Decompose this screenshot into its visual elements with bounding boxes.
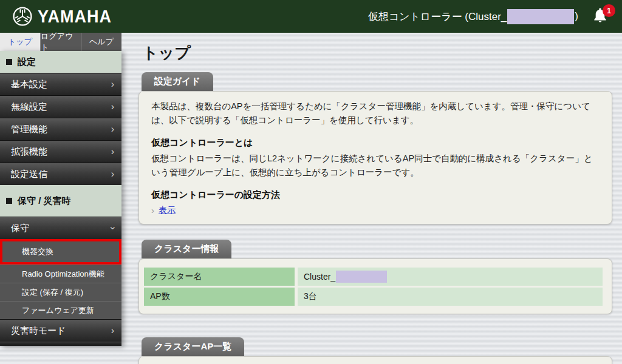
menu-label: ファームウェア更新 xyxy=(22,305,94,316)
square-bullet-icon xyxy=(6,59,12,65)
show-link-row: › 表示 xyxy=(151,205,600,216)
cluster-name-value: Cluster_ xyxy=(298,268,603,286)
app-header: YAMAHA 仮想コントローラー (Cluster_) 1 xyxy=(0,0,622,33)
sidebar-item-basic-settings[interactable]: 基本設定 › xyxy=(0,73,121,95)
guide-paragraph-2: 仮想コントローラーは、同じL2ネットワークに接続されているAP同士で自動的に構成… xyxy=(151,152,600,180)
section-tab-setup-guide: 設定ガイド xyxy=(142,72,213,91)
menu-label: 基本設定 xyxy=(11,79,47,90)
app-title: 仮想コントローラー (Cluster_) xyxy=(368,9,578,24)
chevron-right-icon: › xyxy=(111,124,114,135)
chevron-down-icon: › xyxy=(111,223,114,234)
ap-count-value: 3台 xyxy=(298,288,603,306)
main-content: トップ 設定ガイド 本製品は、複数台のAPを一括管理するために「クラスター管理機… xyxy=(121,33,622,364)
notification-bell-button[interactable]: 1 xyxy=(592,7,610,26)
cluster-info-panel: クラスター名 Cluster_ AP数 3台 xyxy=(138,258,612,314)
sidebar-bottom-cap xyxy=(0,342,121,346)
sidebar-item-management[interactable]: 管理機能 › xyxy=(0,118,121,140)
tab-top[interactable]: トップ xyxy=(0,33,41,51)
sidebar-item-maintenance[interactable]: 保守 › xyxy=(0,217,121,239)
sidebar: 設定 基本設定 › 無線設定 › 管理機能 › 拡張機能 › 設定送信 › 保守… xyxy=(0,51,121,346)
redaction-box xyxy=(507,9,574,24)
page-title: トップ xyxy=(142,42,612,64)
section-title: 保守 / 災害時 xyxy=(18,195,71,207)
menu-label: 設定 (保存 / 復元) xyxy=(22,287,83,298)
guide-paragraph-1: 本製品は、複数台のAPを一括管理するために「クラスター管理機能」を内蔵しています… xyxy=(151,99,600,128)
menu-label: 無線設定 xyxy=(11,101,47,113)
sidebar-item-firmware-update[interactable]: ファームウェア更新 xyxy=(0,301,121,319)
table-row: クラスター名 Cluster_ xyxy=(144,268,603,286)
chevron-right-icon: › xyxy=(111,325,114,336)
show-link[interactable]: 表示 xyxy=(159,205,176,216)
notification-badge: 1 xyxy=(603,4,615,17)
setup-guide-panel: 本製品は、複数台のAPを一括管理するために「クラスター管理機能」を内蔵しています… xyxy=(138,91,612,224)
square-bullet-icon xyxy=(6,198,12,204)
header-right: 仮想コントローラー (Cluster_) 1 xyxy=(368,0,610,33)
chevron-right-icon: › xyxy=(151,205,154,215)
chevron-right-icon: › xyxy=(111,101,114,112)
menu-label: 設定送信 xyxy=(11,169,47,180)
guide-heading-1: 仮想コントローラーとは xyxy=(151,137,600,149)
menu-label: 保守 xyxy=(11,223,29,234)
redaction-box xyxy=(336,271,387,283)
section-tab-cluster-ap-list: クラスターAP一覧 xyxy=(142,337,244,356)
virtual-controller-screen: YAMAHA 仮想コントローラー (Cluster_) 1 トップ ログアウト … xyxy=(0,0,622,364)
menu-label: 機器交換 xyxy=(22,246,53,257)
app-title-prefix: 仮想コントローラー (Cluster_ xyxy=(368,10,507,24)
section-tab-cluster-info: クラスター情報 xyxy=(142,240,231,258)
cluster-name-text: Cluster_ xyxy=(304,272,335,281)
yamaha-logo: YAMAHA xyxy=(12,6,112,27)
sidebar-section-settings: 設定 xyxy=(0,51,121,73)
chevron-right-icon: › xyxy=(111,79,114,90)
brand-name: YAMAHA xyxy=(38,6,112,26)
yamaha-tuning-fork-icon xyxy=(12,6,33,27)
sidebar-item-radio-optimization[interactable]: Radio Optimization機能 xyxy=(0,265,121,283)
sidebar-item-config-save-restore[interactable]: 設定 (保存 / 復元) xyxy=(0,283,121,301)
tab-help[interactable]: ヘルプ xyxy=(81,33,121,51)
ap-count-label: AP数 xyxy=(144,288,295,306)
guide-heading-2: 仮想コントローラーの設定方法 xyxy=(151,189,600,201)
tab-logout[interactable]: ログアウト xyxy=(41,33,81,51)
sidebar-item-extension[interactable]: 拡張機能 › xyxy=(0,140,121,163)
sidebar-item-wireless-settings[interactable]: 無線設定 › xyxy=(0,95,121,118)
sidebar-item-config-send[interactable]: 設定送信 › xyxy=(0,163,121,185)
menu-label: 災害時モード xyxy=(11,325,66,337)
top-nav-tabs: トップ ログアウト ヘルプ xyxy=(0,33,121,51)
menu-label: 拡張機能 xyxy=(11,146,47,158)
sidebar-section-maintenance: 保守 / 災害時 xyxy=(0,185,121,217)
sidebar-item-disaster-mode[interactable]: 災害時モード › xyxy=(0,319,121,342)
chevron-right-icon: › xyxy=(111,146,114,157)
table-row: AP数 3台 xyxy=(144,288,603,306)
menu-label: 管理機能 xyxy=(11,124,47,135)
section-title: 設定 xyxy=(18,56,36,68)
app-title-suffix: ) xyxy=(575,10,578,22)
menu-label: Radio Optimization機能 xyxy=(22,269,104,280)
sidebar-item-device-replacement[interactable]: 機器交換 xyxy=(0,239,121,265)
cluster-ap-list-panel xyxy=(138,356,612,364)
cluster-name-label: クラスター名 xyxy=(144,268,295,286)
chevron-right-icon: › xyxy=(111,169,114,180)
